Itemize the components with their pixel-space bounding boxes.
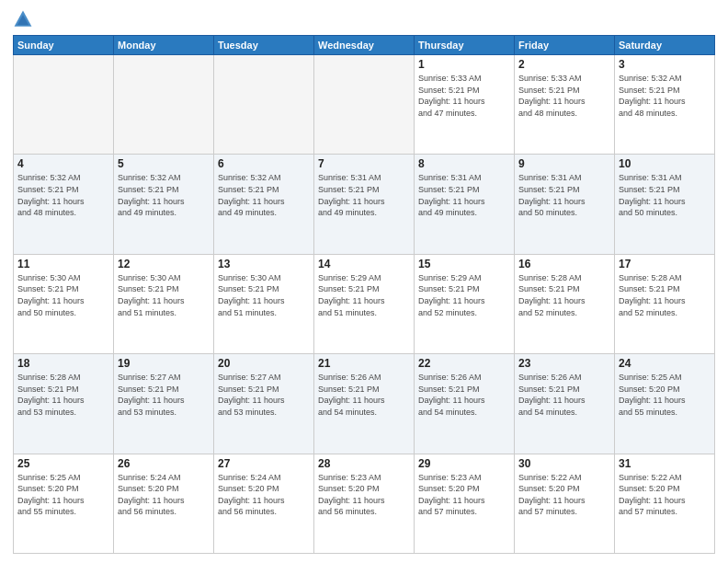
weekday-header: Thursday: [415, 36, 515, 55]
calendar-day-cell: 17Sunrise: 5:28 AMSunset: 5:21 PMDayligh…: [615, 254, 715, 353]
calendar-day-cell: 30Sunrise: 5:22 AMSunset: 5:20 PMDayligh…: [515, 454, 615, 553]
day-info: Sunrise: 5:25 AMSunset: 5:20 PMDaylight:…: [619, 372, 711, 418]
day-info: Sunrise: 5:29 AMSunset: 5:21 PMDaylight:…: [318, 272, 410, 318]
calendar-day-cell: 16Sunrise: 5:28 AMSunset: 5:21 PMDayligh…: [515, 254, 615, 353]
calendar-header-row: SundayMondayTuesdayWednesdayThursdayFrid…: [14, 36, 715, 55]
day-number: 1: [418, 58, 510, 71]
day-number: 13: [218, 258, 310, 270]
calendar-day-cell: 3Sunrise: 5:32 AMSunset: 5:21 PMDaylight…: [615, 55, 715, 155]
logo: [13, 9, 37, 29]
calendar-day-cell: 9Sunrise: 5:31 AMSunset: 5:21 PMDaylight…: [515, 155, 615, 254]
calendar-day-cell: 29Sunrise: 5:23 AMSunset: 5:20 PMDayligh…: [415, 454, 515, 553]
calendar-day-cell: 14Sunrise: 5:29 AMSunset: 5:21 PMDayligh…: [314, 254, 415, 353]
day-info: Sunrise: 5:27 AMSunset: 5:21 PMDaylight:…: [218, 372, 310, 418]
day-number: 2: [518, 58, 610, 71]
day-number: 18: [17, 357, 109, 370]
day-number: 28: [318, 457, 410, 470]
day-number: 15: [418, 258, 510, 270]
calendar-day-cell: 8Sunrise: 5:31 AMSunset: 5:21 PMDaylight…: [415, 155, 515, 254]
day-info: Sunrise: 5:29 AMSunset: 5:21 PMDaylight:…: [418, 272, 510, 318]
day-info: Sunrise: 5:22 AMSunset: 5:20 PMDaylight:…: [518, 472, 610, 518]
day-number: 4: [17, 157, 109, 170]
calendar-day-cell: 18Sunrise: 5:28 AMSunset: 5:21 PMDayligh…: [14, 354, 114, 454]
day-info: Sunrise: 5:30 AMSunset: 5:21 PMDaylight:…: [17, 272, 109, 318]
day-info: Sunrise: 5:30 AMSunset: 5:21 PMDaylight:…: [118, 272, 210, 318]
calendar-day-cell: 12Sunrise: 5:30 AMSunset: 5:21 PMDayligh…: [114, 254, 214, 353]
day-info: Sunrise: 5:26 AMSunset: 5:21 PMDaylight:…: [418, 372, 510, 418]
calendar-week-row: 25Sunrise: 5:25 AMSunset: 5:20 PMDayligh…: [14, 454, 715, 553]
page: SundayMondayTuesdayWednesdayThursdayFrid…: [0, 0, 728, 563]
calendar-day-cell: 10Sunrise: 5:31 AMSunset: 5:21 PMDayligh…: [615, 155, 715, 254]
day-info: Sunrise: 5:27 AMSunset: 5:21 PMDaylight:…: [118, 372, 210, 418]
day-info: Sunrise: 5:32 AMSunset: 5:21 PMDaylight:…: [118, 172, 210, 218]
day-number: 21: [318, 357, 410, 370]
day-info: Sunrise: 5:31 AMSunset: 5:21 PMDaylight:…: [418, 172, 510, 218]
day-number: 7: [318, 157, 410, 170]
day-number: 16: [518, 258, 610, 270]
calendar-day-cell: [114, 55, 214, 155]
day-number: 26: [118, 457, 210, 470]
day-info: Sunrise: 5:32 AMSunset: 5:21 PMDaylight:…: [218, 172, 310, 218]
day-info: Sunrise: 5:32 AMSunset: 5:21 PMDaylight:…: [17, 172, 109, 218]
calendar-day-cell: 27Sunrise: 5:24 AMSunset: 5:20 PMDayligh…: [214, 454, 314, 553]
day-number: 11: [17, 258, 109, 270]
calendar-day-cell: 2Sunrise: 5:33 AMSunset: 5:21 PMDaylight…: [515, 55, 615, 155]
calendar-day-cell: 1Sunrise: 5:33 AMSunset: 5:21 PMDaylight…: [415, 55, 515, 155]
day-number: 9: [518, 157, 610, 170]
calendar-week-row: 18Sunrise: 5:28 AMSunset: 5:21 PMDayligh…: [14, 354, 715, 454]
day-info: Sunrise: 5:33 AMSunset: 5:21 PMDaylight:…: [518, 73, 610, 119]
calendar-day-cell: 6Sunrise: 5:32 AMSunset: 5:21 PMDaylight…: [214, 155, 314, 254]
day-number: 27: [218, 457, 310, 470]
weekday-header: Tuesday: [214, 36, 314, 55]
calendar-day-cell: 20Sunrise: 5:27 AMSunset: 5:21 PMDayligh…: [214, 354, 314, 454]
day-info: Sunrise: 5:26 AMSunset: 5:21 PMDaylight:…: [518, 372, 610, 418]
calendar-day-cell: 24Sunrise: 5:25 AMSunset: 5:20 PMDayligh…: [615, 354, 715, 454]
weekday-header: Friday: [515, 36, 615, 55]
calendar-day-cell: 23Sunrise: 5:26 AMSunset: 5:21 PMDayligh…: [515, 354, 615, 454]
day-number: 24: [619, 357, 711, 370]
day-info: Sunrise: 5:23 AMSunset: 5:20 PMDaylight:…: [318, 472, 410, 518]
day-number: 31: [619, 457, 711, 470]
calendar-day-cell: 13Sunrise: 5:30 AMSunset: 5:21 PMDayligh…: [214, 254, 314, 353]
calendar-day-cell: 25Sunrise: 5:25 AMSunset: 5:20 PMDayligh…: [14, 454, 114, 553]
day-number: 10: [619, 157, 711, 170]
day-info: Sunrise: 5:33 AMSunset: 5:21 PMDaylight:…: [418, 73, 510, 119]
header: [13, 9, 715, 29]
weekday-header: Saturday: [615, 36, 715, 55]
calendar-day-cell: 19Sunrise: 5:27 AMSunset: 5:21 PMDayligh…: [114, 354, 214, 454]
day-info: Sunrise: 5:24 AMSunset: 5:20 PMDaylight:…: [218, 472, 310, 518]
day-info: Sunrise: 5:22 AMSunset: 5:20 PMDaylight:…: [619, 472, 711, 518]
day-info: Sunrise: 5:30 AMSunset: 5:21 PMDaylight:…: [218, 272, 310, 318]
weekday-header: Wednesday: [314, 36, 415, 55]
calendar-day-cell: 4Sunrise: 5:32 AMSunset: 5:21 PMDaylight…: [14, 155, 114, 254]
day-number: 19: [118, 357, 210, 370]
calendar-week-row: 4Sunrise: 5:32 AMSunset: 5:21 PMDaylight…: [14, 155, 715, 254]
day-number: 12: [118, 258, 210, 270]
weekday-header: Sunday: [14, 36, 114, 55]
calendar-table: SundayMondayTuesdayWednesdayThursdayFrid…: [13, 35, 715, 554]
calendar-day-cell: 28Sunrise: 5:23 AMSunset: 5:20 PMDayligh…: [314, 454, 415, 553]
day-number: 6: [218, 157, 310, 170]
day-info: Sunrise: 5:31 AMSunset: 5:21 PMDaylight:…: [318, 172, 410, 218]
calendar-day-cell: 5Sunrise: 5:32 AMSunset: 5:21 PMDaylight…: [114, 155, 214, 254]
day-info: Sunrise: 5:28 AMSunset: 5:21 PMDaylight:…: [619, 272, 711, 318]
day-number: 3: [619, 58, 711, 71]
day-number: 30: [518, 457, 610, 470]
calendar-day-cell: [314, 55, 415, 155]
day-info: Sunrise: 5:24 AMSunset: 5:20 PMDaylight:…: [118, 472, 210, 518]
day-number: 25: [17, 457, 109, 470]
day-number: 23: [518, 357, 610, 370]
day-number: 17: [619, 258, 711, 270]
day-number: 20: [218, 357, 310, 370]
day-info: Sunrise: 5:28 AMSunset: 5:21 PMDaylight:…: [17, 372, 109, 418]
calendar-day-cell: 26Sunrise: 5:24 AMSunset: 5:20 PMDayligh…: [114, 454, 214, 553]
day-number: 22: [418, 357, 510, 370]
calendar-day-cell: 21Sunrise: 5:26 AMSunset: 5:21 PMDayligh…: [314, 354, 415, 454]
day-info: Sunrise: 5:26 AMSunset: 5:21 PMDaylight:…: [318, 372, 410, 418]
day-info: Sunrise: 5:31 AMSunset: 5:21 PMDaylight:…: [518, 172, 610, 218]
calendar-day-cell: [214, 55, 314, 155]
calendar-day-cell: 22Sunrise: 5:26 AMSunset: 5:21 PMDayligh…: [415, 354, 515, 454]
day-info: Sunrise: 5:25 AMSunset: 5:20 PMDaylight:…: [17, 472, 109, 518]
calendar-day-cell: 7Sunrise: 5:31 AMSunset: 5:21 PMDaylight…: [314, 155, 415, 254]
day-info: Sunrise: 5:28 AMSunset: 5:21 PMDaylight:…: [518, 272, 610, 318]
